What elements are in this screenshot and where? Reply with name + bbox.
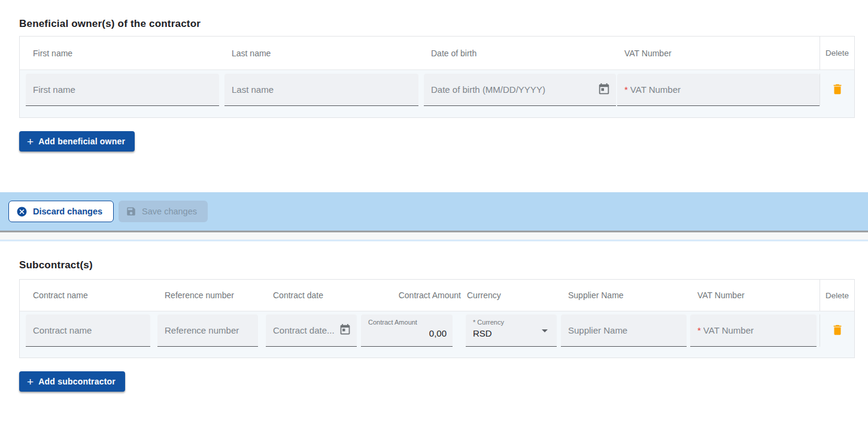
cancel-icon (16, 206, 28, 217)
save-changes-label: Save changes (142, 207, 197, 216)
supplier-name-input[interactable] (561, 314, 687, 346)
column-header-supplier-name: Supplier Name (561, 280, 690, 311)
add-beneficial-owner-button[interactable]: + Add beneficial owner (19, 131, 135, 152)
calendar-icon (339, 329, 351, 338)
required-asterisk: * (473, 319, 475, 326)
date-of-birth-datepicker-button[interactable] (597, 83, 611, 97)
beneficial-owners-table-header: First name Last name Date of birth VAT N… (20, 37, 854, 69)
subcontracts-title: Subcontract(s) (19, 259, 855, 271)
save-changes-button-disabled[interactable]: Save changes (119, 201, 208, 222)
subcontract-row: Contract Amount * Currency RSD (20, 311, 854, 358)
column-header-first-name: First name (26, 37, 224, 69)
column-header-vat-number: VAT Number (617, 37, 820, 69)
vat-number-input[interactable] (630, 74, 820, 105)
date-of-birth-input[interactable] (424, 74, 616, 105)
beneficial-owners-title: Beneficial owner(s) of the contractor (19, 18, 855, 30)
first-name-input[interactable] (26, 74, 219, 105)
discard-changes-label: Discard changes (33, 207, 102, 216)
beneficial-owner-row: * (20, 69, 854, 117)
plus-icon: + (27, 136, 34, 147)
plus-icon: + (27, 376, 34, 387)
beneficial-owners-table: First name Last name Date of birth VAT N… (19, 36, 855, 118)
reference-number-input[interactable] (157, 314, 258, 346)
subcontracts-section: Subcontract(s) Contract name Reference n… (0, 241, 868, 392)
trash-icon (831, 89, 844, 98)
delete-row-button[interactable] (830, 83, 845, 97)
vat-number-field: * (690, 314, 817, 347)
date-of-birth-field (424, 74, 616, 106)
column-header-vat-number: VAT Number (690, 280, 820, 311)
contract-amount-field: Contract Amount (361, 314, 453, 347)
contract-date-field (266, 314, 357, 347)
delete-row-button[interactable] (830, 323, 845, 338)
column-header-contract-date: Contract date (266, 280, 361, 311)
column-header-date-of-birth: Date of birth (424, 37, 617, 69)
trash-icon (831, 329, 844, 338)
required-asterisk: * (690, 325, 701, 335)
reference-number-field (157, 314, 258, 347)
column-header-reference-number: Reference number (157, 280, 266, 311)
calendar-icon (597, 89, 611, 98)
save-icon (126, 206, 136, 217)
first-name-field (26, 74, 219, 106)
required-asterisk: * (617, 84, 628, 95)
last-name-input[interactable] (224, 74, 418, 105)
column-header-last-name: Last name (224, 37, 424, 69)
currency-select[interactable]: * Currency RSD (466, 314, 557, 347)
chevron-down-icon (538, 323, 552, 338)
subcontracts-table: Contract name Reference number Contract … (19, 279, 855, 358)
column-header-delete: Delete (820, 280, 854, 311)
vat-number-field: * (617, 74, 820, 106)
column-header-currency: Currency (466, 280, 561, 311)
supplier-name-field (561, 314, 687, 347)
unsaved-changes-banner: Discard changes Save changes (0, 192, 868, 231)
add-subcontractor-label: Add subcontractor (38, 377, 116, 386)
column-header-delete: Delete (820, 37, 854, 69)
add-beneficial-owner-label: Add beneficial owner (38, 137, 125, 146)
last-name-field (224, 74, 418, 106)
add-subcontractor-button[interactable]: + Add subcontractor (19, 371, 125, 392)
divider-strip (0, 232, 868, 240)
contract-amount-input[interactable] (368, 328, 447, 338)
beneficial-owners-section: Beneficial owner(s) of the contractor Fi… (0, 0, 868, 152)
discard-changes-button[interactable]: Discard changes (8, 201, 114, 222)
column-header-contract-amount: Contract Amount (361, 280, 466, 311)
contract-name-input[interactable] (26, 314, 150, 346)
vat-number-input[interactable] (703, 314, 817, 346)
contract-date-datepicker-button[interactable] (338, 323, 352, 338)
contract-amount-field-label: Contract Amount (368, 319, 447, 326)
subcontracts-table-header: Contract name Reference number Contract … (20, 280, 854, 311)
contract-name-field (26, 314, 150, 347)
column-header-contract-name: Contract name (26, 280, 157, 311)
